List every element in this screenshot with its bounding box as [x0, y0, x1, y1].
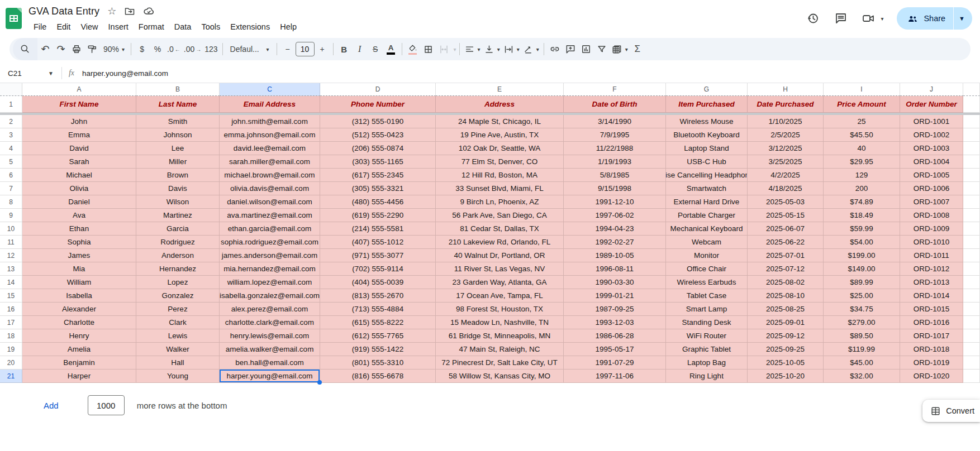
cell-I1[interactable]: Price Amount: [824, 96, 900, 113]
cell-A12[interactable]: James: [22, 249, 136, 262]
row-header-15[interactable]: 15: [0, 289, 22, 303]
cell-D21[interactable]: (816) 555-6678: [320, 370, 436, 383]
cell-C11[interactable]: sophia.rodriguez@email.com: [220, 236, 320, 249]
cell-G1[interactable]: Item Purchased: [666, 96, 748, 113]
cell-G5[interactable]: USB-C Hub: [666, 155, 748, 169]
cell-D17[interactable]: (615) 555-8222: [320, 316, 436, 329]
cell-B4[interactable]: Lee: [136, 142, 220, 155]
cell-C2[interactable]: john.smith@email.com: [220, 115, 320, 128]
cell-C19[interactable]: amelia.walker@email.com: [220, 343, 320, 356]
rows-count-input[interactable]: [88, 395, 125, 415]
cell-B3[interactable]: Johnson: [136, 128, 220, 142]
horizontal-align-button[interactable]: ▾: [463, 41, 482, 57]
cell-B16[interactable]: Perez: [136, 303, 220, 316]
cell-C3[interactable]: emma.johnson@email.com: [220, 128, 320, 142]
cell-B20[interactable]: Hall: [136, 356, 220, 370]
cell-C13[interactable]: mia.hernandez@email.com: [220, 262, 320, 276]
cell-D16[interactable]: (713) 555-4884: [320, 303, 436, 316]
cell-A16[interactable]: Alexander: [22, 303, 136, 316]
row-header-13[interactable]: 13: [0, 262, 22, 276]
cell-D18[interactable]: (612) 555-7765: [320, 329, 436, 343]
row-header-4[interactable]: 4: [0, 142, 22, 155]
vertical-align-button[interactable]: ▾: [482, 41, 502, 57]
undo-button[interactable]: ↶: [37, 41, 53, 57]
cell-D9[interactable]: (619) 555-2290: [320, 209, 436, 222]
cell-H18[interactable]: 2025-09-12: [748, 329, 824, 343]
cell-E14[interactable]: 23 Garden Way, Atlanta, GA: [436, 276, 564, 289]
cell-I16[interactable]: $34.75: [824, 303, 900, 316]
move-folder-icon[interactable]: [124, 6, 135, 17]
formula-input[interactable]: harper.young@email.com: [82, 69, 168, 78]
cell-F7[interactable]: 9/15/1998: [564, 182, 666, 195]
video-call-caret-icon[interactable]: ▾: [881, 16, 883, 22]
cell-J4[interactable]: ORD-1003: [900, 142, 963, 155]
cell-J12[interactable]: ORD-1011: [900, 249, 963, 262]
row-header-20[interactable]: 20: [0, 356, 22, 370]
row-header-2[interactable]: 2: [0, 115, 22, 128]
cell-I21[interactable]: $32.00: [824, 370, 900, 383]
cell-B21[interactable]: Young: [136, 370, 220, 383]
cell-G12[interactable]: Monitor: [666, 249, 748, 262]
cell-I3[interactable]: $45.50: [824, 128, 900, 142]
cell-I13[interactable]: $149.00: [824, 262, 900, 276]
cell-overflow-15[interactable]: [963, 289, 980, 303]
menu-format[interactable]: Format: [134, 21, 169, 32]
cell-J1[interactable]: Order Number: [900, 96, 963, 113]
cell-G3[interactable]: Bluetooth Keyboard: [666, 128, 748, 142]
cell-G13[interactable]: Office Chair: [666, 262, 748, 276]
cell-J6[interactable]: ORD-1005: [900, 169, 963, 182]
cell-overflow-8[interactable]: [963, 195, 980, 209]
cell-D4[interactable]: (206) 555-0874: [320, 142, 436, 155]
cell-J18[interactable]: ORD-1017: [900, 329, 963, 343]
column-header-D[interactable]: D: [320, 83, 436, 96]
cell-H17[interactable]: 2025-09-01: [748, 316, 824, 329]
cell-B9[interactable]: Martinez: [136, 209, 220, 222]
cell-C12[interactable]: james.anderson@email.com: [220, 249, 320, 262]
cell-H6[interactable]: 4/2/2025: [748, 169, 824, 182]
cell-F5[interactable]: 1/19/1993: [564, 155, 666, 169]
column-header-E[interactable]: E: [436, 83, 564, 96]
cell-J19[interactable]: ORD-1018: [900, 343, 963, 356]
search-menus-button[interactable]: [13, 38, 37, 60]
cell-F13[interactable]: 1996-08-11: [564, 262, 666, 276]
cell-C10[interactable]: ethan.garcia@email.com: [220, 222, 320, 236]
cell-A1[interactable]: First Name: [22, 96, 136, 113]
cell-overflow-9[interactable]: [963, 209, 980, 222]
cell-J3[interactable]: ORD-1002: [900, 128, 963, 142]
cell-A3[interactable]: Emma: [22, 128, 136, 142]
column-header-B[interactable]: B: [136, 83, 220, 96]
cell-C20[interactable]: ben.hall@email.com: [220, 356, 320, 370]
cell-A8[interactable]: Daniel: [22, 195, 136, 209]
cell-overflow-5[interactable]: [963, 155, 980, 169]
cell-J10[interactable]: ORD-1009: [900, 222, 963, 236]
cell-F10[interactable]: 1994-04-23: [564, 222, 666, 236]
paint-format-button[interactable]: [84, 41, 100, 57]
strikethrough-button[interactable]: S: [368, 41, 383, 57]
cell-G6[interactable]: Noise Cancelling Headphones: [666, 169, 748, 182]
row-header-6[interactable]: 6: [0, 169, 22, 182]
row-header-16[interactable]: 16: [0, 303, 22, 316]
cell-C8[interactable]: daniel.wilson@email.com: [220, 195, 320, 209]
cell-A13[interactable]: Mia: [22, 262, 136, 276]
row-header-19[interactable]: 19: [0, 343, 22, 356]
cell-E19[interactable]: 47 Main St, Raleigh, NC: [436, 343, 564, 356]
cell-E21[interactable]: 58 Willow St, Kansas City, MO: [436, 370, 564, 383]
cell-J8[interactable]: ORD-1007: [900, 195, 963, 209]
cell-overflow-4[interactable]: [963, 142, 980, 155]
cell-A14[interactable]: William: [22, 276, 136, 289]
row-header-3[interactable]: 3: [0, 128, 22, 142]
cell-I2[interactable]: 25: [824, 115, 900, 128]
cell-F1[interactable]: Date of Birth: [564, 96, 666, 113]
cell-D15[interactable]: (813) 555-2670: [320, 289, 436, 303]
cell-D10[interactable]: (214) 555-5581: [320, 222, 436, 236]
cell-I11[interactable]: $54.00: [824, 236, 900, 249]
cell-G10[interactable]: Mechanical Keyboard: [666, 222, 748, 236]
cell-D6[interactable]: (617) 555-2345: [320, 169, 436, 182]
cell-G11[interactable]: Webcam: [666, 236, 748, 249]
cell-E10[interactable]: 81 Cedar St, Dallas, TX: [436, 222, 564, 236]
cell-C17[interactable]: charlotte.clark@email.com: [220, 316, 320, 329]
cell-G2[interactable]: Wireless Mouse: [666, 115, 748, 128]
cell-F6[interactable]: 5/8/1985: [564, 169, 666, 182]
row-header-7[interactable]: 7: [0, 182, 22, 195]
cell-I14[interactable]: $89.99: [824, 276, 900, 289]
